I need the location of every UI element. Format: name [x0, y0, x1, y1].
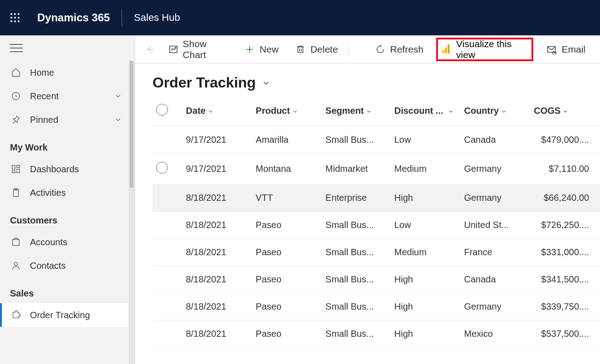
main: Show Chart New Delete Refresh Visualize …: [135, 35, 600, 364]
sidebar-item-pinned[interactable]: Pinned: [0, 108, 132, 131]
table-row[interactable]: 9/17/2021AmarillaSmall Bus...LowCanada$4…: [152, 126, 600, 154]
visualize-this-view-button[interactable]: Visualize this view: [436, 38, 533, 61]
puzzle-icon: [10, 309, 22, 321]
cell-select[interactable]: [152, 293, 182, 320]
clock-icon: [10, 90, 22, 102]
back-arrow-icon: [146, 44, 156, 54]
table-row[interactable]: 9/17/2021MontanaMidmarketMediumGermany$7…: [152, 154, 600, 184]
column-header-segment[interactable]: Segment: [322, 96, 391, 126]
cell-country: Germany: [460, 293, 530, 320]
cell-date: 8/18/2021: [182, 320, 252, 348]
cell-cogs: $726,250....: [530, 212, 600, 239]
column-header-product[interactable]: Product: [252, 96, 322, 126]
product-name[interactable]: Dynamics 365: [37, 11, 110, 24]
back-button[interactable]: [143, 44, 159, 54]
email-button[interactable]: Email: [539, 35, 593, 63]
waffle-icon: [10, 12, 20, 23]
cell-country: Germany: [460, 154, 530, 184]
sidebar-item-dashboards[interactable]: Dashboards: [0, 157, 132, 181]
column-header-cogs[interactable]: COGS: [530, 96, 600, 126]
chevron-down-icon: [366, 108, 372, 115]
cell-product: Montana: [252, 154, 322, 184]
cell-select[interactable]: [152, 126, 182, 154]
app-launcher-button[interactable]: [5, 8, 25, 27]
plus-icon: [244, 44, 255, 55]
table-row[interactable]: 8/18/2021PaseoSmall Bus...HighCanada$341…: [152, 266, 600, 293]
visualize-label: Visualize this view: [456, 39, 526, 60]
cell-product: Paseo: [252, 293, 322, 320]
cell-select[interactable]: [152, 154, 182, 184]
sidebar-item-contacts[interactable]: Contacts: [0, 254, 132, 277]
checkbox-circle[interactable]: [156, 162, 168, 174]
sidebar-toggle-button[interactable]: [0, 35, 135, 61]
cell-date: 8/18/2021: [182, 293, 252, 320]
table-row[interactable]: 8/18/2021VTTEnterpriseHighGermany$66,240…: [152, 184, 600, 212]
svg-point-7: [14, 20, 16, 22]
column-header-discount[interactable]: Discount ...: [391, 96, 461, 126]
sidebar-item-activities[interactable]: Activities: [0, 181, 132, 204]
cell-country: France: [460, 239, 530, 266]
delete-button[interactable]: Delete: [288, 35, 345, 63]
cell-discount: High: [391, 184, 461, 212]
delete-split-dropdown[interactable]: [351, 35, 366, 63]
sidebar-scrollbar[interactable]: [128, 61, 135, 364]
table-row[interactable]: 8/18/2021PaseoSmall Bus...LowUnited St..…: [152, 212, 600, 239]
cell-select[interactable]: [152, 239, 182, 266]
cell-select[interactable]: [152, 266, 182, 293]
cell-discount: Low: [391, 212, 461, 239]
refresh-button[interactable]: Refresh: [368, 35, 431, 63]
column-header-date[interactable]: Date: [182, 96, 252, 126]
table-row[interactable]: 8/18/2021PaseoSmall Bus...HighGermany$33…: [152, 293, 600, 320]
svg-point-0: [10, 13, 12, 15]
table-row[interactable]: 8/18/2021PaseoSmall Bus...HighMexico$537…: [152, 320, 600, 348]
table-header-row: Date Product Segment Discount ... Countr…: [152, 96, 600, 126]
svg-point-1: [14, 13, 16, 15]
delete-label: Delete: [310, 44, 338, 55]
cell-date: 8/18/2021: [182, 239, 252, 266]
chevron-down-icon: [261, 78, 270, 87]
sidebar-section-mywork: My Work: [0, 131, 132, 157]
cell-select[interactable]: [152, 184, 182, 212]
cell-cogs: $66,240.00: [530, 184, 600, 212]
view-header[interactable]: Order Tracking: [135, 63, 600, 96]
powerbi-icon: [442, 44, 451, 55]
refresh-icon: [375, 44, 386, 55]
svg-point-20: [14, 262, 17, 266]
svg-rect-24: [443, 49, 444, 53]
column-header-country[interactable]: Country: [460, 96, 530, 126]
command-bar: Show Chart New Delete Refresh Visualize …: [135, 35, 600, 63]
cell-cogs: $537,500....: [530, 320, 600, 348]
column-select-all[interactable]: [152, 96, 182, 126]
sidebar: Home Recent Pinned My Work Dashboards Ac…: [0, 35, 135, 364]
cell-segment: Small Bus...: [322, 320, 391, 348]
cell-select[interactable]: [152, 320, 182, 348]
svg-point-5: [18, 17, 20, 19]
svg-point-2: [18, 13, 20, 15]
person-icon: [10, 260, 22, 272]
svg-point-8: [18, 20, 20, 22]
sidebar-item-home[interactable]: Home: [0, 61, 132, 84]
cell-product: Paseo: [252, 320, 322, 348]
cell-select[interactable]: [152, 212, 182, 239]
sidebar-item-order-tracking[interactable]: Order Tracking: [0, 303, 132, 327]
cell-country: Canada: [460, 126, 530, 154]
sidebar-item-accounts[interactable]: Accounts: [0, 230, 132, 254]
new-button[interactable]: New: [237, 35, 286, 63]
sidebar-item-recent[interactable]: Recent: [0, 84, 132, 108]
cell-segment: Small Bus...: [322, 126, 391, 154]
cell-cogs: $339,750....: [530, 293, 600, 320]
new-label: New: [260, 44, 279, 55]
cell-product: Paseo: [252, 212, 322, 239]
show-chart-button[interactable]: Show Chart: [161, 35, 235, 63]
cell-discount: Medium: [391, 239, 461, 266]
cell-country: Mexico: [460, 320, 530, 348]
hub-name[interactable]: Sales Hub: [134, 12, 180, 24]
sidebar-scrollbar-thumb[interactable]: [130, 61, 133, 188]
svg-point-3: [10, 17, 12, 19]
chevron-down-icon: [448, 108, 454, 115]
checkbox-circle[interactable]: [156, 104, 168, 116]
cell-segment: Small Bus...: [322, 212, 391, 239]
table-row[interactable]: 8/18/2021PaseoSmall Bus...MediumFrance$3…: [152, 239, 600, 266]
cell-date: 8/18/2021: [182, 266, 252, 293]
sidebar-section-sales: Sales: [0, 277, 132, 303]
